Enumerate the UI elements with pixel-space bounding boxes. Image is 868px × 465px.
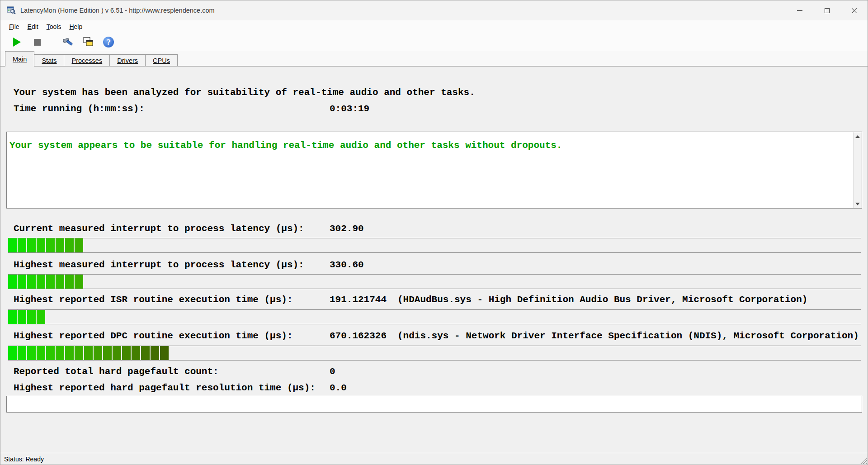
menu-item-help[interactable]: Help [65, 22, 86, 32]
window-title: LatencyMon (Home Edition ) v 6.51 - http… [20, 7, 215, 14]
bar-segment [18, 238, 26, 252]
bar-segment [75, 346, 83, 360]
menu-item-edit[interactable]: Edit [24, 22, 42, 32]
bar-segment [18, 275, 26, 289]
bar-segment [37, 310, 45, 324]
latency-bar-track [8, 274, 861, 289]
scroll-up-icon[interactable] [854, 132, 862, 141]
metric-driver-detail: (HDAudBus.sys - High Definition Audio Bu… [397, 294, 807, 305]
metric-value: 302.90 [330, 223, 364, 234]
bar-segment [46, 346, 55, 360]
stop-icon [34, 39, 41, 46]
scroll-down-icon[interactable] [854, 199, 862, 208]
title-bar: LatencyMon (Home Edition ) v 6.51 - http… [0, 0, 868, 20]
bar-segment [141, 346, 150, 360]
stop-monitor-button[interactable] [29, 34, 45, 50]
tab-label: Stats [42, 57, 57, 64]
latency-bar-track [8, 309, 861, 324]
bar-segment [160, 346, 169, 360]
minimize-button[interactable] [786, 0, 813, 20]
bar-segment [46, 275, 55, 289]
tab-label: Processes [71, 57, 102, 64]
status-text: Status: Ready [4, 456, 44, 463]
bar-segment [94, 346, 102, 360]
tab-label: CPUs [153, 57, 170, 64]
menu-bar: FileEditToolsHelp [0, 20, 868, 33]
tab-bar: MainStatsProcessesDriversCPUs [0, 51, 868, 66]
report-scrollbar[interactable] [853, 132, 862, 208]
tab-main[interactable]: Main [5, 51, 34, 66]
options-icon [62, 36, 74, 48]
bar-segment [56, 346, 64, 360]
close-icon [851, 8, 857, 14]
maximize-icon [825, 8, 830, 13]
bar-segment [65, 238, 74, 252]
copy-report-icon [82, 36, 94, 48]
menu-item-file[interactable]: File [5, 22, 24, 32]
resize-grip[interactable] [860, 457, 867, 464]
metric-label: Highest reported hard pagefault resoluti… [14, 383, 316, 393]
play-icon [13, 38, 21, 47]
metric-label: Highest reported ISR routine execution t… [14, 294, 293, 305]
tab-processes[interactable]: Processes [64, 54, 110, 66]
main-panel: Your system has been analyzed for suitab… [0, 66, 868, 453]
status-bar: Status: Ready [0, 453, 868, 465]
metric-driver-detail: (ndis.sys - Network Driver Interface Spe… [397, 331, 859, 341]
bar-segment [56, 238, 64, 252]
app-window: LatencyMon (Home Edition ) v 6.51 - http… [0, 0, 868, 465]
bar-segment [27, 310, 36, 324]
tab-cpus[interactable]: CPUs [145, 54, 178, 66]
bar-segment [103, 346, 112, 360]
bar-segment [65, 275, 74, 289]
tab-label: Main [13, 56, 27, 63]
options-button[interactable] [60, 34, 76, 50]
menu-item-tools[interactable]: Tools [42, 22, 66, 32]
bar-segment [75, 238, 83, 252]
window-controls [786, 0, 868, 20]
bar-segment [37, 346, 45, 360]
bar-segment [8, 346, 17, 360]
bar-segment [18, 310, 26, 324]
bar-segment [46, 238, 55, 252]
app-icon [7, 6, 16, 15]
help-button[interactable] [100, 34, 117, 50]
bar-segment [37, 238, 45, 252]
bar-segment [132, 346, 140, 360]
tab-stats[interactable]: Stats [34, 54, 64, 66]
bar-segment [122, 346, 131, 360]
maximize-button[interactable] [813, 0, 840, 20]
tab-label: Drivers [117, 57, 138, 64]
metric-value: 670.162326 [330, 331, 387, 341]
metric-label: Reported total hard pagefault count: [14, 366, 219, 377]
bar-segment [18, 346, 26, 360]
metric-value: 330.60 [330, 260, 364, 270]
latency-bar-track [8, 346, 861, 361]
bar-segment [37, 275, 45, 289]
bar-segment [113, 346, 121, 360]
metric-label: Highest reported DPC routine execution t… [14, 331, 293, 341]
report-message: Your system appears to be suitable for h… [9, 140, 562, 151]
bar-segment [27, 238, 36, 252]
bar-segment [56, 275, 64, 289]
bar-segment [8, 275, 17, 289]
start-monitor-button[interactable] [9, 34, 25, 50]
help-icon [103, 37, 114, 47]
minimize-icon [797, 10, 802, 11]
pagefault-detail-box[interactable] [6, 396, 862, 413]
metric-label: Current measured interrupt to process la… [14, 223, 304, 234]
metric-value: 0.0 [330, 383, 347, 393]
analysis-headline: Your system has been analyzed for suitab… [14, 87, 475, 98]
copy-report-button[interactable] [80, 34, 96, 50]
toolbar [0, 33, 868, 51]
metric-label: Highest measured interrupt to process la… [14, 260, 304, 270]
bar-segment [65, 346, 74, 360]
bar-segment [8, 238, 17, 252]
tab-drivers[interactable]: Drivers [109, 54, 146, 66]
report-box[interactable]: Your system appears to be suitable for h… [6, 132, 862, 209]
time-running-value: 0:03:19 [330, 104, 369, 114]
bar-segment [75, 275, 83, 289]
tab-pane-divider [0, 66, 868, 66]
latency-bar-track [8, 238, 861, 253]
close-button[interactable] [840, 0, 868, 20]
bar-segment [8, 310, 17, 324]
